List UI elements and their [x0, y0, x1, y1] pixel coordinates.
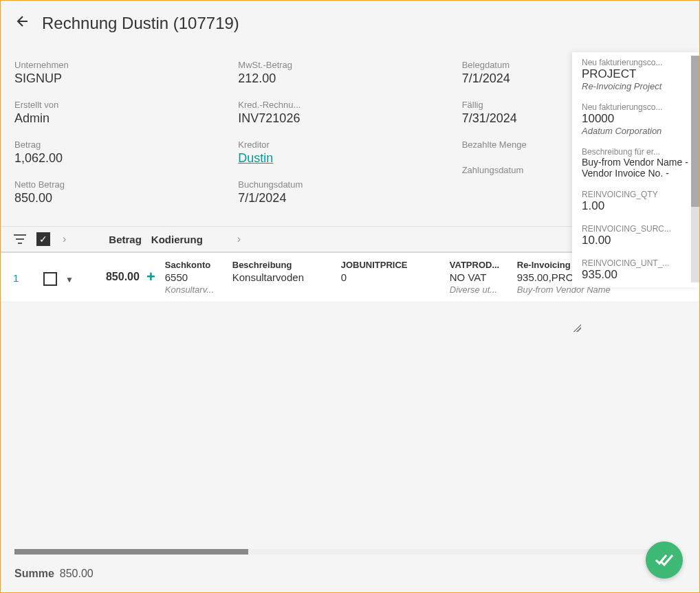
sp-value: PROJECT	[582, 67, 690, 81]
horizontal-scrollbar[interactable]	[14, 549, 675, 555]
detail-value: Admin	[14, 111, 238, 126]
cell-header: JOBUNITPRICE	[341, 260, 436, 270]
cell-value: 0	[341, 271, 436, 283]
filter-icon[interactable]	[13, 232, 27, 246]
cell-subtext: Diverse ut...	[450, 284, 503, 295]
sp-label: Beschreibung für er...	[582, 147, 690, 157]
sp-label: Neu fakturierungsco...	[582, 58, 690, 67]
chevron-right-icon[interactable]: ›	[234, 233, 243, 245]
detail-label: Betrag	[14, 139, 238, 150]
sp-value: 10000	[582, 112, 690, 126]
cell-header: Beschreibung	[232, 260, 327, 270]
cell-value: Konsultarvoden	[232, 271, 327, 283]
detail-label: Netto Betrag	[14, 179, 238, 190]
creditor-link[interactable]: Dustin	[238, 151, 461, 166]
sp-label: REINVOICING_SURC...	[582, 224, 690, 234]
cell-header: Sachkonto	[165, 260, 219, 270]
detail-label: Erstellt von	[14, 100, 238, 110]
detail-label: Buchungsdatum	[238, 179, 461, 190]
detail-label: Kred.-Rechnu...	[238, 100, 461, 110]
detail-value: 212.00	[238, 71, 461, 86]
sp-value: 1.00	[582, 199, 690, 213]
detail-value: 7/1/2024	[238, 191, 461, 205]
detail-value: INV721026	[238, 111, 461, 126]
detail-value: SIGNUP	[14, 71, 238, 86]
page-title: Rechnung Dustin (107719)	[42, 14, 239, 33]
resize-handle-icon[interactable]	[573, 324, 581, 332]
detail-label: MwSt.-Betrag	[238, 60, 461, 70]
select-all-checkbox[interactable]: ✓	[36, 232, 50, 246]
cell-value: 6550	[165, 271, 219, 283]
detail-label: Kreditor	[238, 139, 461, 150]
row-dropdown-icon[interactable]: ▼	[65, 275, 74, 284]
add-row-icon[interactable]: +	[146, 268, 155, 286]
row-amount: 850.00	[91, 260, 140, 283]
sp-label: Neu fakturierungsco...	[582, 102, 690, 112]
column-header-betrag: Betrag	[109, 234, 142, 245]
side-scrollbar[interactable]	[691, 56, 699, 282]
chevron-right-icon[interactable]: ›	[60, 233, 69, 245]
cell-subtext: Konsultarv...	[165, 284, 219, 295]
side-panel: Neu fakturierungsco...PROJECTRe-Invoicin…	[572, 52, 699, 287]
confirm-fab-button[interactable]	[646, 541, 683, 579]
sp-label: REINVOICING_UNT_...	[582, 258, 690, 268]
sp-value: 935.00	[582, 268, 690, 282]
row-checkbox[interactable]	[43, 272, 57, 286]
detail-value: 850.00	[14, 191, 238, 205]
column-header-kodierung: Kodierung	[151, 234, 203, 245]
sp-sub: Re-Invoicing Project	[582, 81, 690, 91]
row-number: 1	[13, 260, 25, 284]
cell-header: VATPROD...	[450, 260, 503, 270]
sp-value: Buy-from Vendor Name - Vendor Invoice No…	[582, 157, 690, 179]
back-arrow-icon[interactable]	[14, 13, 31, 34]
cell-value: NO VAT	[450, 271, 503, 283]
sp-label: REINVOICING_QTY	[582, 190, 690, 199]
sp-value: 10.00	[582, 234, 690, 247]
sp-sub: Adatum Corporation	[582, 126, 690, 136]
detail-label: Unternehmen	[14, 60, 238, 70]
detail-value: 1,062.00	[14, 151, 238, 166]
footer-sum: Summe850.00	[14, 568, 94, 580]
